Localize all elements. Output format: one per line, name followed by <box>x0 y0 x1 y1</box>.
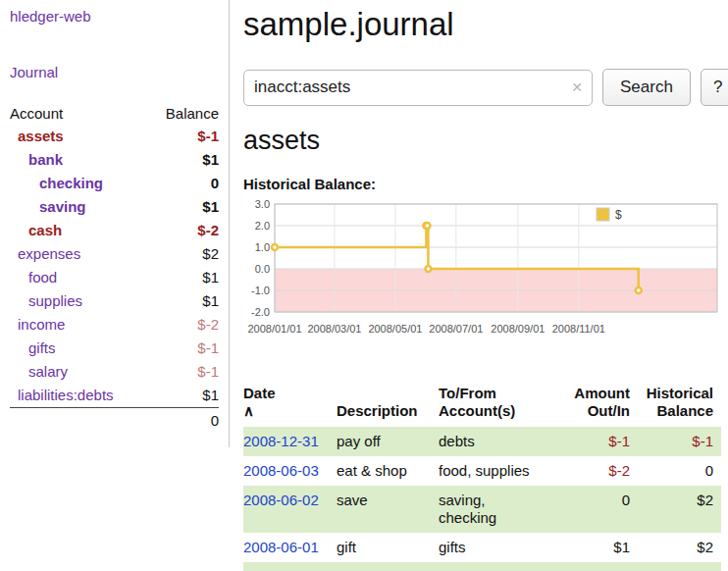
accounts-total-value: 0 <box>148 408 219 435</box>
account-balance: $1 <box>148 289 219 313</box>
accounts-header-account: Account <box>10 102 148 125</box>
account-heading: assets <box>243 126 728 156</box>
account-balance: $2 <box>148 242 219 266</box>
account-link[interactable]: food <box>28 269 57 286</box>
account-link[interactable]: cash <box>28 222 62 238</box>
svg-text:2008/09/01: 2008/09/01 <box>491 323 545 335</box>
account-row: liabilities:debts$1 <box>10 384 219 408</box>
account-balance: $-1 <box>148 125 219 148</box>
transaction-row: 2008-01-01incomesalary$1$1 <box>243 562 721 571</box>
account-row: salary$-1 <box>10 360 219 384</box>
account-row: saving$1 <box>10 195 219 219</box>
svg-text:2008/05/01: 2008/05/01 <box>368 323 422 335</box>
hledger-web-app: hledger-web Journal Account Balance asse… <box>0 0 728 571</box>
transaction-date-link[interactable]: 2008-06-01 <box>243 539 319 555</box>
register-header-row: Date ∧ Description To/From Account(s) Am… <box>243 365 721 427</box>
transaction-description: gift <box>337 533 439 562</box>
account-balance: $1 <box>148 384 219 408</box>
help-button[interactable]: ? <box>701 69 728 106</box>
transaction-row: 2008-06-03eat & shopfood, supplies$-20 <box>243 456 721 486</box>
account-balance: $1 <box>148 148 219 172</box>
sidebar: hledger-web Journal Account Balance asse… <box>0 0 230 447</box>
accounts-total-spacer <box>10 408 148 435</box>
sidebar-nav: Journal <box>10 64 219 80</box>
account-row: assets$-1 <box>10 125 219 148</box>
historical-balance-chart: 3.02.01.00.0-1.0-2.02008/01/012008/03/01… <box>243 198 728 345</box>
transaction-amount: $1 <box>560 533 638 562</box>
transaction-amount: $-2 <box>560 456 638 486</box>
svg-text:2008/01/01: 2008/01/01 <box>247 323 301 335</box>
accounts-header-balance: Balance <box>148 102 219 125</box>
account-link[interactable]: saving <box>39 198 86 215</box>
page-title: sample.journal <box>243 6 728 43</box>
transaction-balance: $2 <box>638 486 721 533</box>
register-table-body: 2008-12-31pay offdebts$-1$-12008-06-03ea… <box>243 427 721 571</box>
search-bar: ✕ Search ? <box>243 69 728 106</box>
account-link[interactable]: gifts <box>28 339 56 356</box>
accounts-total-row: 0 <box>10 408 219 435</box>
transaction-description: income <box>337 562 439 571</box>
svg-text:-1.0: -1.0 <box>251 285 270 296</box>
account-link[interactable]: assets <box>18 128 64 144</box>
account-balance: $-2 <box>148 313 219 337</box>
search-box: ✕ <box>243 70 593 106</box>
account-balance: $-1 <box>148 360 219 384</box>
transaction-amount: $-1 <box>560 427 638 456</box>
svg-text:2008/11/01: 2008/11/01 <box>552 323 605 335</box>
account-row: food$1 <box>10 266 219 289</box>
account-row: supplies$1 <box>10 289 219 313</box>
transaction-balance: $-1 <box>638 427 721 456</box>
transaction-accounts: gifts <box>439 533 560 562</box>
svg-text:2.0: 2.0 <box>255 220 270 232</box>
svg-text:2008/07/01: 2008/07/01 <box>429 323 483 335</box>
chart-title: Historical Balance: <box>243 176 728 192</box>
transaction-row: 2008-06-02savesaving, checking0$2 <box>243 486 721 533</box>
transaction-accounts: food, supplies <box>439 456 560 486</box>
transaction-date-link[interactable]: 2008-12-31 <box>243 433 319 449</box>
register-header-date[interactable]: Date ∧ <box>243 365 337 427</box>
account-row: bank$1 <box>10 148 219 172</box>
transaction-amount: $1 <box>560 562 638 571</box>
transaction-date-link[interactable]: 2008-06-02 <box>243 492 319 508</box>
date-header-label: Date <box>243 385 276 401</box>
account-link[interactable]: expenses <box>18 245 80 262</box>
sort-asc-icon: ∧ <box>243 402 254 419</box>
account-balance: 0 <box>148 172 219 195</box>
svg-text:-2.0: -2.0 <box>251 306 270 318</box>
register-table: Date ∧ Description To/From Account(s) Am… <box>243 365 721 571</box>
transaction-description: eat & shop <box>337 456 439 486</box>
account-link[interactable]: income <box>18 316 65 333</box>
transaction-description: save <box>337 486 439 533</box>
account-row: expenses$2 <box>10 242 219 266</box>
transaction-accounts: debts <box>439 427 560 456</box>
register-header-description: Description <box>337 365 439 427</box>
account-row: gifts$-1 <box>10 337 219 360</box>
account-link[interactable]: supplies <box>28 292 82 309</box>
transaction-date-link[interactable]: 2008-06-03 <box>243 462 319 479</box>
clear-search-icon[interactable]: ✕ <box>571 79 583 95</box>
accounts-table-body: assets$-1bank$1checking0saving$1cash$-2e… <box>10 125 219 408</box>
search-input[interactable] <box>243 70 593 106</box>
svg-text:1.0: 1.0 <box>255 241 270 253</box>
account-row: checking0 <box>10 172 219 195</box>
transaction-row: 2008-12-31pay offdebts$-1$-1 <box>243 427 721 456</box>
account-balance: $1 <box>148 195 219 219</box>
accounts-header-row: Account Balance <box>10 102 219 125</box>
transaction-accounts: salary <box>439 562 560 571</box>
account-link[interactable]: salary <box>28 363 68 380</box>
transaction-balance: 0 <box>638 456 721 486</box>
svg-text:2008/03/01: 2008/03/01 <box>307 323 361 335</box>
account-link[interactable]: liabilities:debts <box>18 387 114 403</box>
nav-journal-link[interactable]: Journal <box>10 64 58 80</box>
main-content: sample.journal ✕ Search ? assets Histori… <box>230 0 728 571</box>
transaction-description: pay off <box>337 427 439 456</box>
account-balance: $-2 <box>148 219 219 242</box>
account-link[interactable]: checking <box>39 175 103 191</box>
register-header-balance: Historical Balance <box>638 365 721 427</box>
search-button[interactable]: Search <box>602 69 691 106</box>
app-title-link[interactable]: hledger-web <box>10 8 219 25</box>
transaction-balance: $1 <box>638 562 721 571</box>
register-header-amount: Amount Out/In <box>560 365 638 427</box>
transaction-row: 2008-06-01giftgifts$1$2 <box>243 533 721 562</box>
account-link[interactable]: bank <box>28 151 63 168</box>
